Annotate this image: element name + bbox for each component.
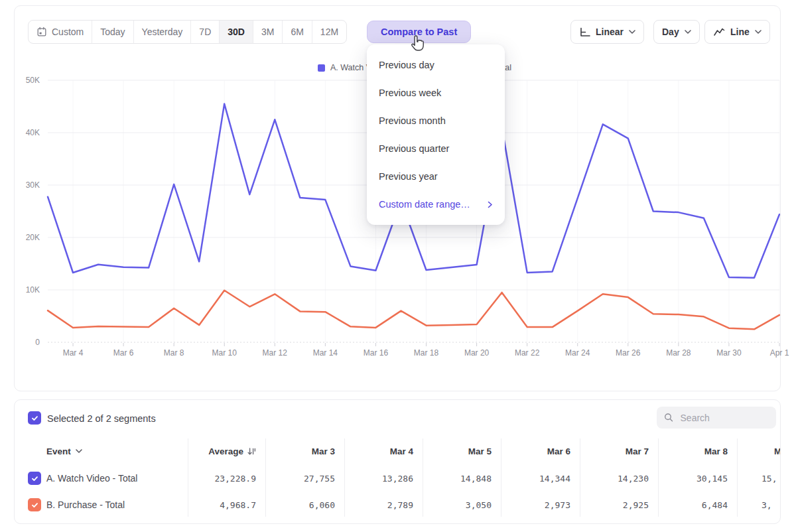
range-option-label: 6M bbox=[291, 27, 303, 37]
interval-dropdown-button[interactable]: Day bbox=[653, 20, 700, 44]
chevron-down-icon bbox=[629, 30, 635, 34]
date-value: 30,145 bbox=[658, 465, 737, 492]
x-axis-label: Mar 22 bbox=[506, 348, 549, 358]
range-option-7d[interactable]: 7D bbox=[191, 21, 220, 43]
date-range-segmented-control: CustomTodayYesterday7D30D3M6M12M bbox=[28, 20, 347, 44]
x-axis-label: Mar 28 bbox=[657, 348, 700, 358]
hand-cursor bbox=[408, 35, 425, 52]
date-value: 14,344 bbox=[501, 465, 580, 492]
column-separator bbox=[344, 438, 345, 517]
select-all-segments-checkbox[interactable] bbox=[28, 411, 41, 425]
chevron-down-icon bbox=[76, 449, 82, 453]
date-value: 27,755 bbox=[265, 465, 344, 492]
y-axis-label: 50K bbox=[15, 76, 40, 85]
date-value: 6,484 bbox=[658, 492, 737, 518]
event-column-header[interactable]: Event bbox=[46, 438, 188, 464]
menu-item-previous-quarter[interactable]: Previous quarter bbox=[367, 135, 505, 163]
segments-card: Selected 2 of 2 segments EventAverageMar… bbox=[14, 399, 781, 524]
date-column-header[interactable]: Mar 6 bbox=[501, 438, 580, 464]
x-axis-label: Mar 14 bbox=[304, 348, 346, 358]
date-column-header[interactable]: Mar 7 bbox=[580, 438, 658, 464]
range-option-label: 12M bbox=[320, 27, 338, 37]
header-spacer bbox=[28, 438, 46, 464]
segments-table: EventAverageMar 3Mar 4Mar 5Mar 6Mar 7Mar… bbox=[28, 438, 781, 518]
date-value-partial: 15, bbox=[737, 465, 781, 492]
axis-scale-icon bbox=[579, 27, 590, 37]
date-column-header[interactable]: Mar 3 bbox=[265, 438, 344, 464]
range-option-label: 3M bbox=[261, 27, 274, 37]
column-separator bbox=[188, 438, 188, 517]
date-value: 3,050 bbox=[423, 492, 501, 518]
range-option-30d[interactable]: 30D bbox=[220, 21, 253, 43]
menu-item-previous-week[interactable]: Previous week bbox=[367, 79, 505, 107]
search-input[interactable] bbox=[679, 412, 769, 424]
menu-item-previous-year[interactable]: Previous year bbox=[367, 163, 505, 190]
date-value: 2,973 bbox=[501, 492, 580, 518]
checkmark-icon bbox=[31, 475, 38, 482]
date-value: 13,286 bbox=[344, 465, 423, 492]
compare-to-past-menu: Previous dayPrevious weekPrevious monthP… bbox=[367, 44, 505, 225]
segment-checkbox[interactable] bbox=[28, 472, 41, 485]
chart-type-dropdown-button[interactable]: Line bbox=[704, 20, 770, 44]
x-axis-label: Mar 26 bbox=[607, 348, 649, 358]
x-axis-label: Mar 16 bbox=[354, 348, 397, 358]
segment-row-label[interactable]: A. Watch Video - Total bbox=[46, 465, 188, 492]
chart-type-label: Line bbox=[730, 27, 750, 37]
checkmark-icon bbox=[31, 415, 38, 422]
average-column-header[interactable]: Average bbox=[188, 438, 265, 464]
range-option-label: Custom bbox=[52, 27, 84, 37]
x-axis-label: Mar 8 bbox=[153, 348, 195, 358]
segments-selected-label: Selected 2 of 2 segments bbox=[47, 413, 156, 424]
range-option-label: 7D bbox=[199, 27, 211, 37]
x-axis-label: Mar 24 bbox=[557, 348, 599, 358]
row-checkbox-cell bbox=[28, 465, 46, 492]
x-axis-label: Mar 30 bbox=[708, 348, 750, 358]
y-axis-label: 20K bbox=[15, 233, 40, 242]
checkmark-icon bbox=[31, 501, 38, 509]
search-icon bbox=[664, 412, 674, 423]
average-value: 4,968.7 bbox=[188, 492, 265, 518]
scale-dropdown-button[interactable]: Linear bbox=[570, 20, 644, 44]
range-option-label: 30D bbox=[228, 27, 245, 37]
chevron-down-icon bbox=[685, 30, 691, 34]
menu-item-previous-month[interactable]: Previous month bbox=[367, 107, 505, 135]
date-column-header[interactable]: Mar 4 bbox=[344, 438, 423, 464]
date-column-header[interactable]: Mar 5 bbox=[423, 438, 501, 464]
chevron-down-icon bbox=[755, 30, 762, 34]
scale-label: Linear bbox=[596, 27, 624, 37]
date-column-header[interactable]: Mar 8 bbox=[658, 438, 737, 464]
series-line-b-purchase-total[interactable] bbox=[48, 291, 779, 330]
range-option-3m[interactable]: 3M bbox=[253, 21, 283, 43]
x-axis-label: Mar 20 bbox=[456, 348, 498, 358]
range-option-custom[interactable]: Custom bbox=[29, 21, 92, 43]
segment-row-label[interactable]: B. Purchase - Total bbox=[46, 492, 188, 518]
date-value: 14,230 bbox=[580, 465, 658, 492]
search-box bbox=[657, 407, 776, 429]
menu-item-previous-day[interactable]: Previous day bbox=[367, 51, 505, 79]
range-option-6m[interactable]: 6M bbox=[283, 21, 312, 43]
range-option-label: Yesterday bbox=[142, 27, 183, 37]
x-axis-label: Mar 4 bbox=[52, 348, 94, 358]
custom-date-range-label: Custom date range… bbox=[379, 199, 470, 210]
calendar-icon bbox=[36, 27, 47, 37]
x-axis-label: Mar 18 bbox=[405, 348, 448, 358]
event-header-label: Event bbox=[46, 446, 71, 456]
interval-label: Day bbox=[662, 27, 679, 37]
column-separator bbox=[501, 438, 501, 517]
segment-checkbox[interactable] bbox=[28, 498, 41, 511]
date-value: 14,848 bbox=[423, 465, 501, 492]
range-option-12m[interactable]: 12M bbox=[312, 21, 346, 43]
range-option-today[interactable]: Today bbox=[92, 21, 133, 43]
column-separator bbox=[580, 438, 580, 517]
column-separator bbox=[423, 438, 423, 517]
column-separator bbox=[658, 438, 659, 517]
row-checkbox-cell bbox=[28, 492, 46, 518]
date-value-partial: 3, bbox=[737, 492, 781, 518]
chart-card: CustomTodayYesterday7D30D3M6M12M Compare… bbox=[14, 5, 781, 391]
date-value: 2,925 bbox=[580, 492, 658, 518]
line-chart-icon bbox=[713, 27, 725, 36]
range-option-yesterday[interactable]: Yesterday bbox=[134, 21, 192, 43]
legend-swatch bbox=[318, 64, 325, 72]
menu-item-custom-date-range[interactable]: Custom date range… bbox=[367, 190, 505, 218]
x-axis-label: Mar 10 bbox=[203, 348, 245, 358]
